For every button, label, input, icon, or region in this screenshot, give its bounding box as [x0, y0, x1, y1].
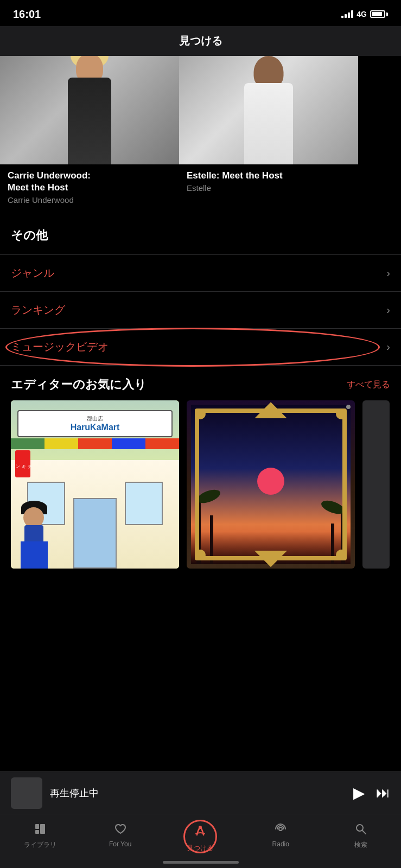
tab-foryou-label: For You	[109, 840, 131, 848]
mini-player-controls: ▶ ⏭	[353, 784, 390, 802]
tab-library-label: ライブラリ	[24, 840, 56, 850]
artist-card-estelle-subtitle: Estelle	[187, 183, 351, 193]
artist-card-carrie-info: Carrie Underwood:Meet the Host Carrie Un…	[0, 164, 179, 212]
album-card-golden[interactable]	[187, 400, 355, 569]
menu-item-ranking-label: ランキング	[11, 303, 65, 317]
status-icons: 4G	[341, 10, 388, 18]
tab-radio[interactable]: Radio	[240, 820, 321, 848]
menu-item-ranking[interactable]: ランキング ›	[0, 292, 401, 329]
chevron-right-icon: ›	[386, 267, 390, 279]
page-title: 見つける	[179, 35, 222, 47]
artist-card-estelle-title: Estelle: Meet the Host	[187, 170, 351, 182]
artist-card-carrie-image	[0, 56, 179, 164]
svg-line-7	[362, 831, 366, 834]
artist-card-carrie-title: Carrie Underwood:Meet the Host	[8, 170, 171, 194]
mini-player-thumbnail	[11, 777, 42, 809]
album-haruka-art: 郡山店 HaruKaMart	[11, 400, 179, 569]
section-sonota: その他	[0, 212, 401, 254]
search-icon	[354, 822, 368, 838]
svg-rect-1	[35, 830, 39, 834]
foryou-icon	[113, 822, 128, 838]
mini-player-title: 再生停止中	[50, 787, 346, 800]
artist-card-carrie-subtitle: Carrie Underwood	[8, 195, 171, 205]
svg-point-6	[357, 825, 363, 831]
artist-card-estelle[interactable]: Estelle: Meet the Host Estelle	[179, 56, 358, 212]
tab-browse[interactable]: 見つける	[161, 820, 241, 853]
tab-browse-label: 見つける	[187, 844, 213, 853]
tab-radio-label: Radio	[272, 840, 289, 848]
album-card-haruka[interactable]: 郡山店 HaruKaMart	[11, 400, 179, 569]
tab-bar: ライブラリ For You 見つける	[0, 814, 401, 868]
status-bar: 16:01 4G	[0, 0, 401, 26]
home-indicator	[163, 861, 239, 864]
haruka-sign: 郡山店 HaruKaMart	[17, 410, 173, 437]
svg-point-5	[279, 827, 282, 831]
artist-card-carrie[interactable]: Carrie Underwood:Meet the Host Carrie Un…	[0, 56, 179, 212]
artist-cards-row: Carrie Underwood:Meet the Host Carrie Un…	[0, 56, 401, 212]
svg-rect-0	[35, 824, 39, 829]
menu-item-musicvideo[interactable]: ミュージックビデオ ›	[0, 329, 401, 366]
play-button[interactable]: ▶	[353, 784, 365, 802]
status-time: 16:01	[13, 8, 41, 21]
skip-forward-button[interactable]: ⏭	[376, 784, 390, 801]
tab-search[interactable]: 検索	[321, 820, 401, 850]
battery-icon	[370, 10, 388, 18]
chevron-right-icon-3: ›	[386, 341, 390, 353]
menu-item-genre[interactable]: ジャンル ›	[0, 255, 401, 292]
svg-point-4	[199, 826, 202, 829]
menu-item-genre-label: ジャンル	[11, 266, 54, 280]
page-title-bar: 見つける	[0, 26, 401, 56]
browse-icon	[192, 822, 209, 841]
artist-card-estelle-info: Estelle: Meet the Host Estelle	[179, 164, 358, 200]
chevron-right-icon-2: ›	[386, 304, 390, 316]
section-editor-header: エディターのお気に入り すべて見る	[11, 376, 401, 393]
signal-icon	[341, 10, 353, 18]
mini-player[interactable]: 再生停止中 ▶ ⏭	[0, 771, 401, 814]
svg-rect-2	[40, 824, 45, 834]
library-icon	[33, 822, 47, 838]
tab-search-label: 検索	[354, 840, 367, 850]
tab-library[interactable]: ライブラリ	[0, 820, 80, 850]
network-label: 4G	[357, 10, 367, 18]
section-editor: エディターのお気に入り すべて見る 郡山店 HaruKaMart	[0, 366, 401, 574]
section-editor-see-all[interactable]: すべて見る	[347, 379, 390, 391]
artist-card-estelle-image	[179, 56, 358, 164]
menu-item-musicvideo-label: ミュージックビデオ	[11, 340, 109, 354]
album-cards-row: 郡山店 HaruKaMart	[11, 400, 401, 569]
haruka-figure	[19, 503, 49, 569]
tab-foryou[interactable]: For You	[80, 820, 161, 848]
radio-icon	[273, 822, 288, 838]
album-golden-art	[187, 400, 355, 569]
album-card-partial	[362, 400, 390, 569]
section-editor-title: エディターのお気に入り	[11, 376, 147, 393]
section-sonota-title: その他	[11, 227, 390, 244]
golden-frame	[195, 409, 347, 560]
